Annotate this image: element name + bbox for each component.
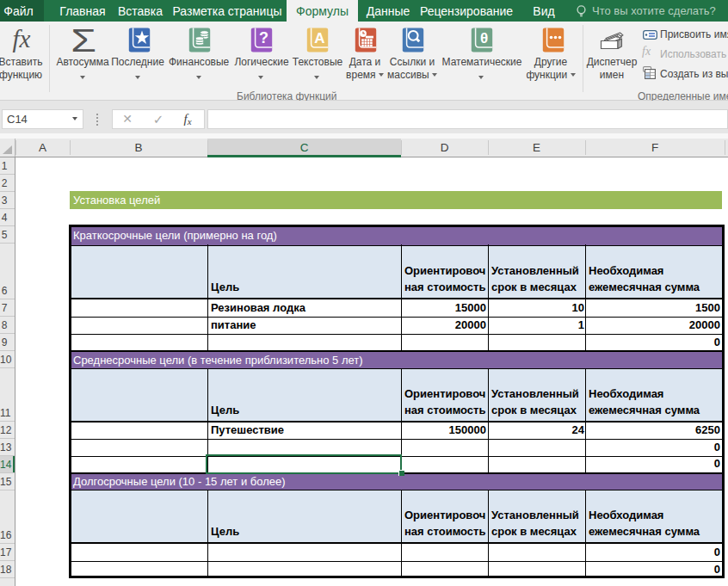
svg-text:A: A xyxy=(314,30,324,46)
svg-text:θ: θ xyxy=(480,30,488,46)
svg-text:?: ? xyxy=(259,29,268,46)
